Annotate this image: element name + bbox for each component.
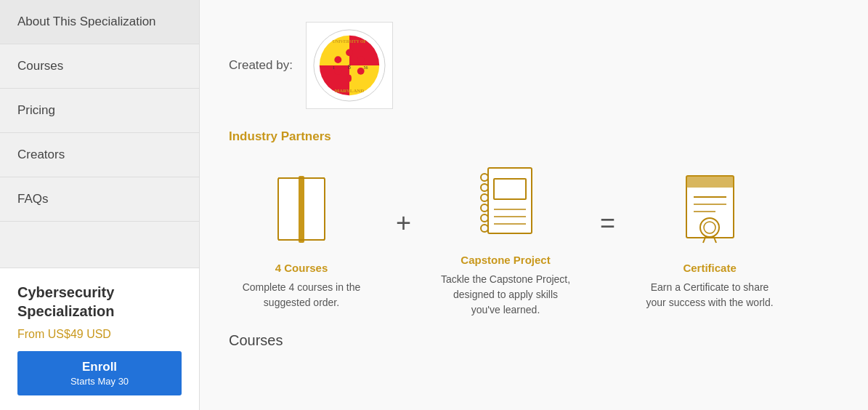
sidebar-item-pricing[interactable]: Pricing [0, 89, 199, 133]
svg-point-3 [334, 56, 341, 63]
courses-desc: Complete 4 courses in the suggested orde… [236, 280, 367, 310]
industry-partners-label: Industry Partners [229, 129, 839, 144]
capstone-label: Capstone Project [461, 254, 550, 266]
sidebar-item-about[interactable]: About This Specialization [0, 0, 199, 44]
svg-point-22 [481, 174, 488, 181]
svg-text:56: 56 [364, 65, 368, 70]
svg-point-25 [481, 204, 488, 212]
svg-point-23 [481, 184, 488, 191]
created-by-label: Created by: [229, 58, 293, 73]
certificate-icon [679, 172, 741, 252]
svg-point-26 [481, 214, 488, 222]
enroll-label: Enroll [17, 360, 182, 374]
sidebar-item-faqs[interactable]: FAQs [0, 177, 199, 222]
svg-rect-14 [278, 178, 301, 240]
cert-svg-icon [679, 172, 741, 249]
svg-point-5 [334, 68, 341, 75]
specialization-title: Cybersecurity Specialization [17, 283, 182, 321]
sidebar: About This Specialization Courses Pricin… [0, 0, 200, 410]
certificate-label: Certificate [683, 262, 736, 274]
page-layout: About This Specialization Courses Pricin… [0, 0, 868, 410]
sidebar-item-courses[interactable]: Courses [0, 44, 199, 89]
certificate-icon-block: Certificate Earn a Certificate to share … [637, 172, 782, 310]
svg-point-27 [481, 225, 488, 232]
courses-icon-block: 4 Courses Complete 4 courses in the sugg… [229, 172, 374, 310]
svg-text:1: 1 [333, 65, 335, 70]
created-by-row: Created by: [229, 22, 839, 109]
svg-point-8 [347, 75, 352, 82]
svg-rect-33 [686, 176, 734, 188]
book-icon [272, 172, 330, 252]
icons-row: 4 Courses Complete 4 courses in the sugg… [229, 164, 839, 318]
certificate-desc: Earn a Certificate to share your success… [644, 280, 775, 310]
sidebar-item-creators[interactable]: Creators [0, 133, 199, 177]
spiral-notebook-icon [475, 164, 537, 241]
capstone-icon-block: Capstone Project Tackle the Capstone Pro… [433, 164, 578, 318]
svg-point-4 [357, 56, 365, 63]
price-label: From US$49 USD [17, 328, 182, 341]
open-book-icon [272, 172, 330, 249]
svg-rect-16 [299, 176, 304, 243]
svg-text:8: 8 [348, 64, 351, 71]
enroll-button[interactable]: Enroll Starts May 30 [17, 351, 182, 395]
svg-point-7 [346, 49, 353, 56]
capstone-desc: Tackle the Capstone Project, designed to… [440, 272, 571, 318]
courses-label: 4 Courses [275, 262, 328, 274]
enrollment-card: Cybersecurity Specialization From US$49 … [0, 268, 199, 410]
enroll-start-date: Starts May 30 [17, 376, 182, 391]
university-logo: UNIVERSITY OF MARYLAND 1 56 8 [306, 22, 393, 109]
equals-operator: = [600, 208, 615, 238]
svg-text:UNIVERSITY OF: UNIVERSITY OF [333, 39, 367, 44]
svg-point-24 [481, 194, 488, 201]
umd-crest-icon: UNIVERSITY OF MARYLAND 1 56 8 [312, 28, 386, 103]
notebook-icon [475, 164, 537, 244]
main-content: Created by: [200, 0, 868, 410]
svg-text:MARYLAND: MARYLAND [335, 88, 365, 93]
plus-operator: + [396, 208, 411, 238]
courses-section-title: Courses [229, 332, 839, 349]
